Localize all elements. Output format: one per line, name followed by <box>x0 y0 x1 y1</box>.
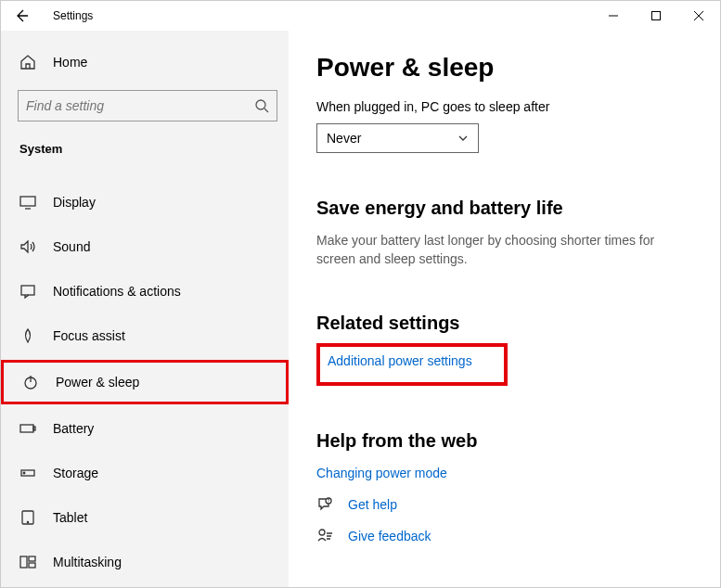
related-settings-heading: Related settings <box>316 313 692 334</box>
notifications-icon <box>19 283 36 300</box>
changing-power-mode-link[interactable]: Changing power mode <box>316 466 447 480</box>
nav-label: Battery <box>53 421 94 436</box>
power-icon <box>22 374 39 390</box>
svg-rect-11 <box>20 556 27 568</box>
svg-text:?: ? <box>328 498 330 504</box>
focus-assist-icon <box>19 327 36 344</box>
sleep-dropdown-value: Never <box>327 131 361 146</box>
display-icon <box>19 194 36 211</box>
content-pane: Power & sleep When plugged in, PC goes t… <box>289 31 720 587</box>
svg-point-8 <box>23 472 25 474</box>
svg-point-1 <box>256 100 265 109</box>
sidebar-item-focus-assist[interactable]: Focus assist <box>1 315 289 356</box>
sidebar-item-display[interactable]: Display <box>1 182 289 223</box>
sidebar-item-notifications[interactable]: Notifications & actions <box>1 271 289 312</box>
give-feedback-link[interactable]: Give feedback <box>348 529 431 543</box>
back-arrow-icon <box>14 8 29 23</box>
get-help-icon: ? <box>316 496 333 513</box>
back-button[interactable] <box>1 1 42 31</box>
home-label: Home <box>53 55 87 70</box>
sound-icon <box>19 238 36 255</box>
svg-rect-5 <box>20 425 33 432</box>
sidebar-item-power-sleep[interactable]: Power & sleep <box>1 360 289 404</box>
nav-label: Storage <box>53 466 98 480</box>
multitasking-icon <box>19 554 36 570</box>
svg-rect-2 <box>20 197 35 206</box>
sidebar-item-sound[interactable]: Sound <box>1 226 289 267</box>
nav-label: Notifications & actions <box>53 284 181 299</box>
nav-label: Power & sleep <box>56 375 139 390</box>
svg-rect-12 <box>29 556 35 561</box>
sidebar-section-system: System <box>1 129 289 169</box>
nav-label: Multitasking <box>53 555 122 569</box>
home-nav[interactable]: Home <box>1 42 289 83</box>
save-energy-text: Make your battery last longer by choosin… <box>316 232 669 268</box>
sidebar-item-storage[interactable]: Storage <box>1 453 289 493</box>
sidebar-item-multitasking[interactable]: Multitasking <box>1 542 289 582</box>
sidebar: Home System Display Sound <box>1 31 289 587</box>
sidebar-item-battery[interactable]: Battery <box>1 408 289 449</box>
titlebar: Settings <box>1 1 720 31</box>
related-highlight-box: Additional power settings <box>316 343 508 386</box>
sleep-dropdown[interactable]: Never <box>316 123 479 153</box>
nav-label: Focus assist <box>53 328 125 343</box>
feedback-icon <box>316 528 333 544</box>
additional-power-settings-link[interactable]: Additional power settings <box>328 353 472 368</box>
help-from-web-heading: Help from the web <box>316 430 692 452</box>
svg-point-16 <box>319 530 325 535</box>
close-button[interactable] <box>677 1 720 31</box>
search-input[interactable] <box>18 90 277 121</box>
nav-label: Tablet <box>53 510 87 525</box>
svg-point-10 <box>27 521 28 522</box>
nav-label: Display <box>53 195 96 210</box>
window-title: Settings <box>42 9 93 22</box>
chevron-down-icon <box>457 133 469 144</box>
battery-icon <box>19 420 36 437</box>
svg-rect-13 <box>29 563 35 568</box>
sidebar-item-tablet[interactable]: Tablet <box>1 497 289 538</box>
svg-rect-3 <box>21 286 34 295</box>
page-title: Power & sleep <box>316 53 692 83</box>
svg-rect-6 <box>33 427 35 430</box>
storage-icon <box>19 465 36 481</box>
svg-rect-0 <box>652 12 661 20</box>
search-icon <box>254 98 269 113</box>
home-icon <box>19 54 36 70</box>
minimize-button[interactable] <box>592 1 635 31</box>
search-field[interactable] <box>26 98 254 113</box>
sleep-field-label: When plugged in, PC goes to sleep after <box>316 99 692 114</box>
get-help-link[interactable]: Get help <box>348 497 397 512</box>
save-energy-heading: Save energy and battery life <box>316 198 692 219</box>
tablet-icon <box>19 509 36 526</box>
maximize-button[interactable] <box>635 1 677 31</box>
nav-label: Sound <box>53 239 90 254</box>
